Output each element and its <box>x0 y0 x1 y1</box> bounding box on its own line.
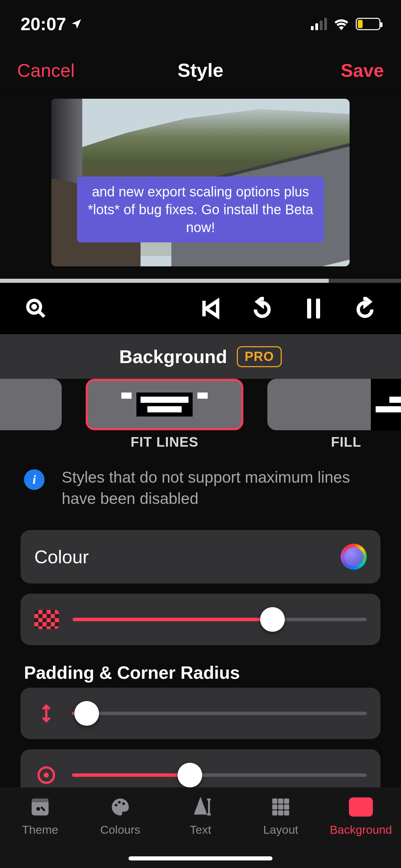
cellular-icon <box>311 18 327 30</box>
fit-mode-fit-lines[interactable]: FIT LINES <box>86 379 243 454</box>
svg-point-7 <box>44 772 49 777</box>
wifi-icon <box>333 18 350 30</box>
location-arrow-icon <box>70 18 83 30</box>
cancel-button[interactable]: Cancel <box>17 60 75 81</box>
padding-heading: Padding & Corner Radius <box>0 645 401 688</box>
tab-label: Layout <box>263 823 298 836</box>
tab-theme[interactable]: Theme <box>0 795 80 868</box>
status-bar: 20:07 <box>0 0 401 48</box>
svg-rect-21 <box>278 804 283 809</box>
svg-point-10 <box>36 807 40 811</box>
info-note: i Styles that do not support maximum lin… <box>0 454 401 519</box>
svg-point-13 <box>122 803 125 805</box>
svg-line-1 <box>39 311 44 317</box>
pro-badge: PRO <box>237 346 282 367</box>
battery-icon <box>356 18 380 30</box>
svg-point-11 <box>115 804 118 807</box>
svg-rect-20 <box>272 804 277 809</box>
svg-rect-9 <box>32 798 49 802</box>
skip-to-start-button[interactable] <box>192 290 230 327</box>
opacity-icon <box>34 610 59 629</box>
info-text: Styles that do not support maximum lines… <box>62 468 350 507</box>
svg-rect-22 <box>284 804 289 809</box>
opacity-slider-row <box>21 594 380 645</box>
svg-rect-8 <box>32 800 49 816</box>
svg-rect-17 <box>272 798 277 804</box>
home-indicator[interactable] <box>129 856 272 860</box>
svg-rect-18 <box>278 798 283 804</box>
fit-mode-carousel[interactable]: FIT FIT LINES FILL <box>0 379 401 454</box>
pause-icon <box>307 299 320 318</box>
fit-mode-label: FIT LINES <box>131 434 198 450</box>
palette-icon <box>109 795 132 819</box>
tab-bar: Theme Colours Text Layout Background <box>0 787 401 868</box>
text-cursor-icon <box>189 795 212 819</box>
tab-label: Colours <box>100 823 140 836</box>
timeline-scrubber[interactable] <box>0 279 401 283</box>
opacity-slider[interactable] <box>73 618 367 621</box>
fit-mode-fill[interactable]: FILL <box>267 379 401 454</box>
tab-label: Text <box>190 823 211 836</box>
nav-bar: Cancel Style Save <box>0 48 401 93</box>
section-title: Background <box>119 346 227 367</box>
colour-row[interactable]: Colour <box>21 530 380 583</box>
svg-rect-24 <box>278 810 283 816</box>
status-time-group: 20:07 <box>21 14 83 34</box>
fit-mode-fit[interactable]: FIT <box>0 379 62 454</box>
background-icon <box>349 795 373 819</box>
svg-marker-5 <box>206 301 218 316</box>
vertical-arrows-icon <box>34 701 58 725</box>
radius-target-icon <box>34 763 58 787</box>
svg-point-12 <box>118 801 121 804</box>
svg-rect-23 <box>272 810 277 816</box>
page-title: Style <box>178 59 223 81</box>
grid-icon <box>269 795 292 819</box>
playback-controls <box>0 283 401 334</box>
zoom-in-button[interactable] <box>17 290 55 327</box>
rewind-button[interactable] <box>243 290 281 327</box>
tab-label: Theme <box>22 823 58 836</box>
colour-label: Colour <box>34 546 89 567</box>
tab-background[interactable]: Background <box>321 795 401 868</box>
status-right <box>311 18 380 30</box>
corner-radius-slider[interactable] <box>72 773 367 777</box>
section-header: Background PRO <box>0 334 401 379</box>
status-time: 20:07 <box>21 14 66 34</box>
video-preview[interactable]: and new export scaling options plus *lot… <box>51 99 350 266</box>
caption-overlay: and new export scaling options plus *lot… <box>77 177 324 242</box>
save-button[interactable]: Save <box>341 60 384 81</box>
vertical-padding-row <box>21 688 380 739</box>
svg-rect-19 <box>284 798 289 804</box>
vertical-padding-slider[interactable] <box>72 712 367 715</box>
pause-button[interactable] <box>295 290 332 327</box>
tab-label: Background <box>330 823 392 836</box>
preview-area: and new export scaling options plus *lot… <box>0 93 401 266</box>
colour-picker-swatch[interactable] <box>341 544 367 570</box>
theme-icon <box>29 795 51 819</box>
fit-mode-label: FILL <box>331 434 361 450</box>
info-icon: i <box>24 469 45 490</box>
forward-button[interactable] <box>346 290 384 327</box>
svg-rect-25 <box>284 810 289 816</box>
